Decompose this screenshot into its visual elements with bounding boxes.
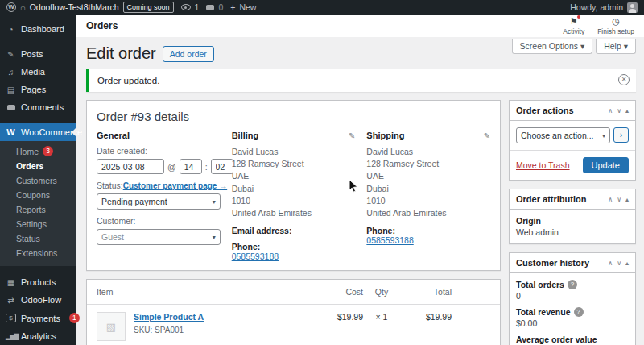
edit-shipping-icon[interactable]: ✎ xyxy=(484,131,490,140)
help-icon[interactable]: ? xyxy=(574,307,584,317)
move-to-trash-link[interactable]: Move to Trash xyxy=(516,160,570,170)
total-orders-value: 0 xyxy=(516,291,629,301)
sidebar-item-dashboard[interactable]: ◔ Dashboard xyxy=(0,20,76,38)
caret-down-icon: ▾ xyxy=(580,41,584,51)
sidebar-item-odooflow[interactable]: ⇄ OdooFlow xyxy=(0,291,76,309)
sidebar-item-media[interactable]: ♫ Media xyxy=(0,63,76,81)
product-sku: SKU: SPA001 xyxy=(134,326,204,335)
home-icon[interactable]: ⌂ xyxy=(20,2,26,12)
sidebar-item-coupons[interactable]: Coupons xyxy=(0,188,76,202)
sidebar-item-reports[interactable]: Reports xyxy=(0,202,76,217)
sidebar-item-label: Extensions xyxy=(16,248,57,258)
page-title: Orders xyxy=(86,20,118,31)
payments-badge: 1 xyxy=(69,313,80,323)
move-down-icon[interactable]: ∨ xyxy=(617,260,621,267)
views-count: 1 xyxy=(195,2,200,12)
shipping-phone-link[interactable]: 0585593188 xyxy=(366,235,490,245)
chevron-down-icon: ▾ xyxy=(213,198,216,206)
action-placeholder: Choose an action... xyxy=(521,131,593,140)
woocommerce-header-bar: Orders ⚑ Activity ◷ Finish setup xyxy=(76,15,644,37)
sidebar-item-orders[interactable]: Orders xyxy=(0,159,76,173)
comments-indicator[interactable]: 0 xyxy=(206,2,223,12)
move-down-icon[interactable]: ∨ xyxy=(617,107,621,114)
billing-city: Dubai xyxy=(232,183,356,195)
add-order-button[interactable]: Add order xyxy=(163,46,214,62)
sidebar-item-analytics[interactable]: ▂▅▇ Analytics xyxy=(0,327,76,345)
views-indicator[interactable]: 1 xyxy=(181,2,200,12)
sidebar-item-home[interactable]: Home 3 xyxy=(0,143,76,159)
move-up-icon[interactable]: ∧ xyxy=(608,107,613,114)
posts-pin-icon: ✎ xyxy=(6,50,16,59)
items-table-header: Item Cost Qty Total xyxy=(87,280,500,305)
edit-order-heading: Edit order xyxy=(86,44,156,63)
new-menu[interactable]: + New xyxy=(230,2,256,12)
sidebar-item-customers[interactable]: Customers xyxy=(0,173,76,188)
help-icon[interactable]: ? xyxy=(568,280,577,289)
customer-select[interactable]: Guest ▾ xyxy=(97,229,221,245)
howdy-text[interactable]: Howdy, admin xyxy=(570,2,623,12)
hour-input[interactable] xyxy=(180,159,202,174)
customer-label: Customer: xyxy=(97,216,221,226)
sidebar-item-status[interactable]: Status xyxy=(0,231,76,246)
sidebar-item-products[interactable]: ▦ Products xyxy=(0,273,76,291)
sidebar-item-label: Orders xyxy=(16,161,43,171)
sidebar-item-pages[interactable]: ▤ Pages xyxy=(0,81,76,98)
item-column-header: Item xyxy=(97,287,113,297)
plus-icon: + xyxy=(230,2,235,12)
site-name-link[interactable]: Odooflow-Test8thMarch xyxy=(30,2,119,12)
finish-setup-label: Finish setup xyxy=(597,27,634,36)
origin-value: Web admin xyxy=(516,227,629,237)
toggle-panel-icon[interactable]: ▴ xyxy=(625,260,629,267)
bar-chart-icon: ▂▅▇ xyxy=(6,333,16,340)
clock-icon: ◷ xyxy=(612,16,620,27)
billing-street: 128 Ramsey Street xyxy=(232,158,356,170)
update-button[interactable]: Update xyxy=(583,157,629,173)
edit-billing-icon[interactable]: ✎ xyxy=(349,131,355,140)
shipping-phone-label: Phone: xyxy=(366,226,490,235)
customer-history-panel: Customer history ∧ ∨ ▴ Total orders ? 0 xyxy=(509,252,636,345)
apply-action-button[interactable]: › xyxy=(613,127,629,143)
wordpress-logo-icon[interactable]: W xyxy=(6,2,16,12)
activity-button[interactable]: ⚑ Activity xyxy=(563,16,584,35)
move-up-icon[interactable]: ∧ xyxy=(608,196,613,203)
sidebar-item-comments[interactable]: Comments xyxy=(0,98,76,116)
order-action-select[interactable]: Choose an action... ▾ xyxy=(516,127,610,143)
update-count-badge: 3 xyxy=(43,146,53,156)
date-input[interactable] xyxy=(97,159,164,174)
billing-phone-link[interactable]: 0585593188 xyxy=(232,251,356,261)
toggle-panel-icon[interactable]: ▴ xyxy=(625,107,629,114)
order-details-panel: Order #93 details General Date created: … xyxy=(86,100,501,271)
sidebar-item-posts[interactable]: ✎ Posts xyxy=(0,45,76,63)
move-up-icon[interactable]: ∧ xyxy=(608,260,613,267)
chevron-down-icon: ▾ xyxy=(602,132,605,139)
avatar[interactable] xyxy=(627,2,638,13)
total-column-header: Total xyxy=(400,287,452,297)
screen-options-button[interactable]: Screen Options ▾ xyxy=(512,39,593,54)
sidebar-item-label: Status xyxy=(16,234,40,243)
order-items-panel: Item Cost Qty Total ▧ Simple Product A S… xyxy=(86,279,501,345)
minute-input[interactable] xyxy=(211,159,233,174)
sidebar-item-woocommerce[interactable]: W WooCommerce xyxy=(0,123,76,141)
order-details-title: Order #93 details xyxy=(97,110,490,123)
sidebar-item-settings[interactable]: Settings xyxy=(0,217,76,231)
finish-setup-button[interactable]: ◷ Finish setup xyxy=(597,16,634,35)
media-icon: ♫ xyxy=(6,68,16,77)
toggle-panel-icon[interactable]: ▴ xyxy=(625,196,629,203)
dashboard-icon: ◔ xyxy=(6,25,16,34)
sidebar-item-extensions[interactable]: Extensions xyxy=(0,246,76,260)
activity-label: Activity xyxy=(563,27,584,36)
sidebar-item-payments[interactable]: $ Payments 1 xyxy=(0,309,76,327)
order-attribution-panel: Order attribution ∧ ∨ ▴ Origin Web admin xyxy=(509,189,636,244)
sidebar-item-label: Analytics xyxy=(21,331,56,341)
sidebar-item-label: Home xyxy=(16,147,39,156)
billing-phone-label: Phone: xyxy=(232,242,356,251)
customer-payment-page-link[interactable]: Customer payment page → xyxy=(123,181,227,190)
product-thumbnail: ▧ xyxy=(97,312,126,341)
status-select[interactable]: Pending payment ▾ xyxy=(97,193,221,210)
move-down-icon[interactable]: ∨ xyxy=(617,196,621,203)
help-button[interactable]: Help ▾ xyxy=(596,39,636,54)
dismiss-notice-icon[interactable]: ✕ xyxy=(618,74,630,85)
total-revenue-label: Total revenue xyxy=(516,307,571,317)
sidebar-item-label: Reports xyxy=(16,205,46,214)
product-name-link[interactable]: Simple Product A xyxy=(134,312,204,322)
